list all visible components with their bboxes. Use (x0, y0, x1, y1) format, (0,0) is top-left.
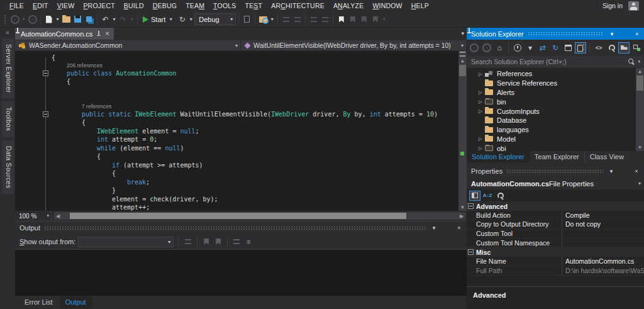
se-properties-icon[interactable] (606, 42, 617, 53)
se-show-all-files-icon[interactable] (575, 42, 586, 53)
side-tab-toolbox[interactable]: Toolbox (2, 101, 14, 137)
user-avatar-icon[interactable] (628, 1, 639, 11)
code-area[interactable]: {206 referencespublic class AutomationCo… (52, 53, 458, 211)
open-file-icon[interactable] (61, 14, 72, 25)
close-icon[interactable]: × (105, 30, 109, 37)
scroll-right-icon[interactable]: ▶ (458, 213, 465, 219)
code-line[interactable]: break; (52, 178, 458, 187)
se-refresh-icon[interactable]: ↻ (550, 42, 561, 53)
scroll-up-icon[interactable]: ▲ (458, 58, 467, 64)
expander-icon[interactable]: ▷ (479, 136, 485, 142)
tree-item-alerts[interactable]: ▷Alerts (467, 88, 644, 98)
menu-debug[interactable]: DEBUG (148, 1, 181, 11)
expander-icon[interactable]: ▷ (479, 99, 485, 104)
code-line[interactable]: while (element == null) (52, 144, 458, 153)
bottom-tab-output[interactable]: Output (60, 296, 92, 308)
collapse-region-icon[interactable] (43, 70, 48, 76)
property-pages-icon[interactable] (494, 191, 506, 201)
find-dropdown-icon[interactable]: ▾ (269, 14, 275, 25)
code-line[interactable]: attempt++; (52, 203, 458, 211)
document-tab[interactable]: AutomationCommon.cs × (15, 28, 114, 40)
property-row-full-path[interactable]: Full PathD:\in hardisk\software\WaSender… (467, 266, 644, 276)
horizontal-scroll-thumb[interactable] (70, 213, 407, 219)
collapse-strip-icon[interactable]: « (0, 28, 15, 38)
property-section-advanced[interactable]: Advanced (467, 201, 644, 211)
scroll-up-icon[interactable]: ▲ (636, 69, 644, 74)
property-value[interactable]: D:\in hardisk\software\WaSenderI (562, 266, 644, 275)
menu-analyze[interactable]: ANALYZE (329, 1, 369, 11)
scroll-left-icon[interactable]: ◀ (54, 213, 62, 219)
tree-item-model[interactable]: ▷Model (467, 135, 644, 144)
expander-icon[interactable]: ▷ (479, 71, 485, 77)
window-position-dropdown-icon[interactable]: ▾ (607, 167, 616, 176)
explorer-tab-solution-explorer[interactable]: Solution Explorer (467, 151, 530, 162)
alphabetical-sort-icon[interactable]: A↓Z (482, 191, 493, 201)
tree-item-custominputs[interactable]: ▷CustomInputs (467, 106, 644, 116)
window-position-dropdown-icon[interactable]: ▾ (608, 30, 616, 38)
editor-vertical-scrollbar[interactable]: ▲ ▼ (458, 51, 467, 211)
find-in-files-icon[interactable] (258, 14, 269, 25)
solution-configurations-combo[interactable]: Debug ▾ (194, 13, 236, 25)
properties-title-bar[interactable]: Properties ▾ × (467, 165, 644, 177)
collapse-section-icon[interactable] (468, 203, 474, 209)
toggle-word-wrap-icon[interactable]: ≡ (243, 237, 253, 247)
toggle-bookmark-icon[interactable] (336, 14, 347, 25)
property-value[interactable]: Compile (562, 211, 644, 220)
code-line[interactable]: if (attempt >= attempts) (52, 161, 458, 170)
se-pending-changes-icon[interactable]: ⇄ (537, 42, 548, 53)
code-line[interactable]: IWebElement element = null; (52, 127, 458, 136)
se-collapse-all-icon[interactable] (562, 42, 574, 53)
menu-tools[interactable]: TOOLS (209, 1, 240, 11)
tree-vertical-scrollbar[interactable]: ▲ ▼ (636, 68, 644, 151)
attach-to-process-icon[interactable] (242, 14, 252, 25)
menu-help[interactable]: HELP (407, 1, 433, 11)
undo-icon[interactable]: ↶ (100, 14, 111, 25)
pin-icon[interactable] (442, 223, 451, 232)
code-line[interactable]: public class AutomationCommon (52, 69, 458, 78)
code-editor[interactable]: {206 referencespublic class AutomationCo… (15, 51, 467, 211)
property-value[interactable]: Do not copy (562, 220, 644, 229)
close-icon[interactable]: × (633, 30, 641, 38)
save-all-icon[interactable] (84, 14, 94, 25)
start-dropdown-icon[interactable]: ▾ (168, 14, 174, 25)
explorer-tab-team-explorer[interactable]: Team Explorer (530, 151, 585, 162)
pin-icon[interactable] (96, 31, 101, 37)
code-line[interactable]: } (52, 186, 458, 195)
code-line[interactable]: { (52, 53, 458, 62)
scroll-down-icon[interactable]: ▼ (636, 145, 644, 150)
code-line[interactable]: { (52, 152, 458, 161)
menu-window[interactable]: WINDOW (368, 1, 406, 11)
expander-icon[interactable]: ▷ (479, 89, 485, 95)
side-tab-server-explorer[interactable]: Server Explorer (2, 38, 14, 98)
output-content[interactable] (15, 249, 467, 296)
property-row-copy-to-output-directory[interactable]: Copy to Output DirectoryDo not copy (467, 220, 644, 230)
menu-test[interactable]: TEST (241, 1, 267, 11)
categorized-view-icon[interactable] (469, 191, 480, 201)
se-switch-views-dropdown-icon[interactable]: ▾ (525, 42, 536, 53)
undo-dropdown-icon[interactable]: ▾ (111, 14, 117, 25)
menu-file[interactable]: FILE (5, 1, 28, 11)
collapse-region-icon[interactable] (43, 111, 48, 117)
tree-scroll-thumb[interactable] (636, 76, 643, 91)
restart-icon[interactable]: ↻ (177, 14, 187, 25)
properties-object-combo[interactable]: AutomationCommon.cs File Properties ▾ (467, 177, 644, 189)
search-input[interactable]: Search Solution Explorer (Ctrl+;) ▾ (467, 56, 643, 67)
tree-item-bin[interactable]: ▷bin (467, 97, 644, 106)
tab-list-dropdown-icon[interactable]: ▾ (461, 30, 464, 37)
close-icon[interactable]: × (632, 167, 641, 176)
output-title-bar[interactable]: Output ▾ × (15, 222, 467, 234)
code-line[interactable]: { (52, 118, 458, 127)
tree-item-references[interactable]: ▷References (467, 69, 644, 79)
search-icon[interactable] (628, 59, 635, 65)
new-file-icon[interactable] (43, 14, 54, 25)
tree-item-languages[interactable]: languages (467, 125, 644, 135)
code-line[interactable]: { (52, 169, 458, 178)
se-new-filter-icon[interactable] (631, 42, 642, 53)
code-line[interactable]: int attempt = 0; (52, 135, 458, 144)
pin-icon[interactable] (620, 30, 629, 38)
search-dropdown-icon[interactable]: ▾ (638, 59, 640, 64)
start-debugging-button[interactable]: Start ▾ (140, 14, 176, 25)
expander-icon[interactable]: ▷ (479, 145, 485, 151)
close-icon[interactable]: × (455, 223, 464, 232)
codelens-references[interactable]: 206 references (52, 62, 458, 69)
